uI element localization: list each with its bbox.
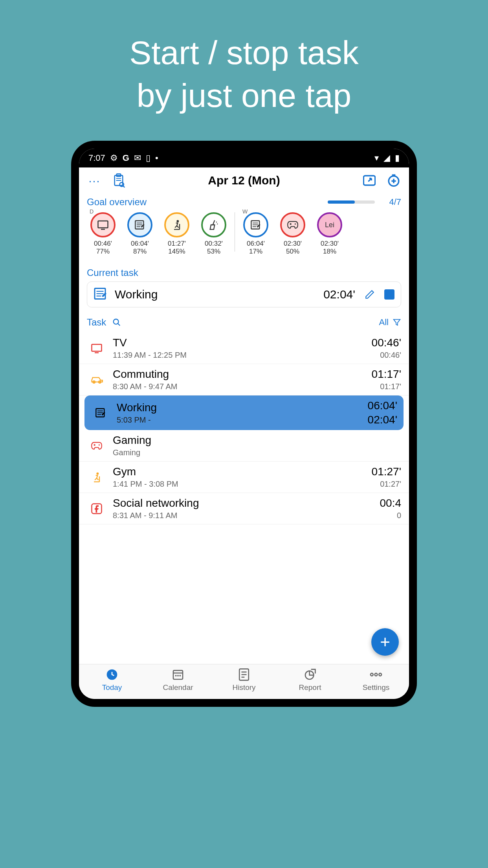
gear-icon: ⚙	[110, 153, 118, 163]
task-session-time: 0	[380, 511, 402, 520]
current-task-time: 02:04'	[323, 288, 355, 301]
task-subtitle: 8:30 AM - 9:47 AM	[113, 382, 365, 391]
edit-icon[interactable]	[365, 289, 375, 300]
status-time: 7:07	[88, 153, 105, 163]
nav-history[interactable]: History	[211, 668, 277, 692]
signal-icon: ◢	[383, 153, 390, 163]
task-subtitle: 11:39 AM - 12:25 PM	[113, 351, 365, 360]
goal-pct: 145%	[168, 248, 185, 256]
sd-icon: ▯	[146, 153, 150, 163]
report-icon	[303, 668, 317, 682]
nav-settings[interactable]: Settings	[343, 668, 409, 692]
app-header: ⋮ Apr 12 (Mon)	[79, 167, 409, 193]
task-session-time: 01:27'	[372, 480, 401, 489]
task-name: Social networking	[113, 497, 374, 509]
gym-icon	[164, 212, 189, 237]
promo-line-2: by just one tap	[129, 74, 359, 117]
task-subtitle: Gaming	[113, 448, 395, 457]
goal-time: 06:04'	[247, 240, 265, 248]
search-icon[interactable]	[112, 318, 121, 327]
expand-icon[interactable]	[362, 173, 377, 188]
svg-point-58	[371, 673, 373, 676]
note-icon: W	[243, 212, 268, 237]
svg-point-52	[179, 675, 181, 677]
task-row[interactable]: Commuting 8:30 AM - 9:47 AM 01:17' 01:17…	[79, 364, 409, 395]
svg-point-59	[375, 673, 378, 676]
svg-point-25	[295, 224, 296, 225]
task-subtitle: 8:31 AM - 9:11 AM	[113, 511, 374, 520]
goal-item[interactable]: W 06:04' 17%	[240, 212, 272, 256]
task-total-time: 00:4	[380, 497, 402, 509]
nav-label: Today	[102, 683, 122, 692]
task-row[interactable]: Social networking 8:31 AM - 9:11 AM 00:4…	[79, 493, 409, 524]
nav-label: Report	[299, 683, 321, 692]
clean-icon	[201, 212, 226, 237]
nav-report[interactable]: Report	[277, 668, 343, 692]
task-total-time: 01:27'	[372, 465, 401, 478]
mail-icon: ✉	[134, 153, 141, 163]
goal-time: 02:30'	[284, 240, 302, 248]
goal-overview-section: Goal overview 4/7 D 00:46' 77% 06:04' 87…	[79, 193, 409, 262]
task-row[interactable]: TV 11:39 AM - 12:25 PM 00:46' 00:46'	[79, 333, 409, 364]
goal-item[interactable]: 06:04' 87%	[124, 212, 156, 256]
calendar-icon	[171, 668, 185, 682]
goal-item[interactable]: Lei 02:30' 18%	[314, 212, 346, 256]
add-timer-icon[interactable]	[386, 173, 401, 188]
goal-circles-row: D 00:46' 77% 06:04' 87% 01:27' 145% 00:3…	[87, 212, 401, 256]
tv-icon	[87, 338, 106, 358]
task-name: Working	[117, 401, 361, 414]
gym-icon	[87, 467, 106, 487]
page-title: Apr 12 (Mon)	[208, 174, 280, 187]
goal-fraction: 4/7	[389, 197, 401, 207]
task-subtitle: 5:03 PM -	[117, 416, 361, 425]
menu-button[interactable]: ⋮	[87, 173, 102, 188]
fb-icon	[87, 499, 106, 519]
svg-point-50	[175, 675, 177, 677]
goal-pct: 17%	[249, 248, 262, 256]
wifi-icon: ▾	[374, 153, 379, 163]
svg-point-20	[217, 224, 218, 224]
goal-item[interactable]: 01:27' 145%	[161, 212, 193, 256]
task-row[interactable]: Gym 1:41 PM - 3:08 PM 01:27' 01:27'	[79, 462, 409, 493]
task-subtitle: 1:41 PM - 3:08 PM	[113, 480, 365, 489]
phone-frame: 7:07 ⚙ G ✉ ▯ • ▾ ◢ ▮ ⋮ Apr 12 (Mon)	[71, 141, 417, 707]
svg-point-60	[379, 673, 382, 676]
promo-line-1: Start / stop task	[129, 31, 359, 74]
svg-line-18	[213, 221, 215, 225]
settings-icon	[369, 668, 383, 682]
note-icon	[91, 403, 110, 423]
nav-today[interactable]: Today	[79, 668, 145, 692]
fab-add-button[interactable]: +	[371, 628, 399, 656]
task-total-time: 00:46'	[372, 337, 401, 349]
game-icon	[280, 212, 305, 237]
task-section-label: Task	[87, 317, 106, 328]
nav-label: Calendar	[163, 683, 193, 692]
task-name: Commuting	[113, 368, 365, 381]
stop-button[interactable]	[384, 289, 394, 300]
status-bar: 7:07 ⚙ G ✉ ▯ • ▾ ◢ ▮	[79, 149, 409, 167]
goal-item[interactable]: 00:32' 53%	[198, 212, 230, 256]
dot-icon: •	[155, 153, 158, 163]
goal-pct: 87%	[133, 248, 147, 256]
svg-point-19	[216, 222, 217, 223]
clipboard-search-icon[interactable]	[111, 173, 126, 188]
nav-calendar[interactable]: Calendar	[145, 668, 211, 692]
goal-item[interactable]: D 00:46' 77%	[87, 212, 119, 256]
game-icon	[87, 436, 106, 456]
promo-headline: Start / stop task by just one tap	[129, 31, 359, 117]
phone-screen: 7:07 ⚙ G ✉ ▯ • ▾ ◢ ▮ ⋮ Apr 12 (Mon)	[79, 149, 409, 699]
lei-icon: Lei	[317, 212, 342, 237]
note-icon	[94, 287, 109, 302]
current-task-card[interactable]: Working 02:04'	[87, 281, 401, 307]
goal-item[interactable]: 02:30' 50%	[277, 212, 309, 256]
task-row[interactable]: Gaming Gaming	[79, 430, 409, 462]
goal-progress-bar	[328, 200, 375, 204]
svg-point-51	[177, 675, 179, 677]
task-row[interactable]: Working 5:03 PM - 06:04' 02:04'	[84, 395, 404, 430]
all-filter-label[interactable]: All	[379, 317, 389, 327]
task-session-time: 00:46'	[372, 351, 401, 360]
filter-icon[interactable]	[393, 318, 401, 327]
nav-label: Settings	[363, 683, 390, 692]
goal-time: 01:27'	[168, 240, 186, 248]
task-header-row: Task All	[79, 307, 409, 333]
